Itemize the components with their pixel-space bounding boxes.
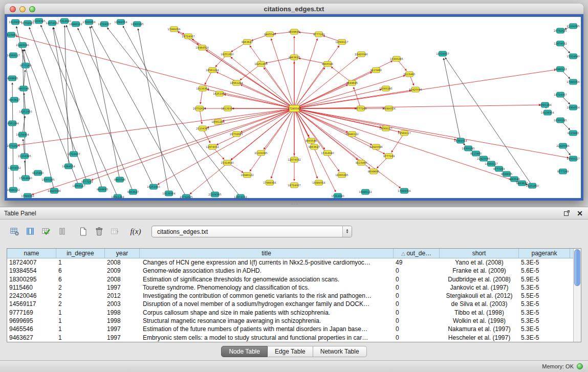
citation-edge-red[interactable]: [271, 39, 294, 108]
table-cell[interactable]: 1997: [105, 283, 140, 292]
table-cell[interactable]: 5.3E-5: [519, 309, 570, 317]
memory-status-indicator[interactable]: [577, 363, 583, 369]
citation-edge-red[interactable]: [294, 68, 325, 108]
table-cell[interactable]: 18300295: [7, 275, 56, 283]
table-cell[interactable]: de Silva et al. (2003): [440, 300, 519, 308]
table-row[interactable]: 1872400712008Changes of HCN gene express…: [7, 258, 581, 267]
table-cell[interactable]: 5.3E-5: [519, 258, 570, 267]
table-cell[interactable]: 2: [56, 292, 105, 300]
window-titlebar[interactable]: citations_edges.txt: [5, 4, 583, 14]
table-cell[interactable]: 0: [394, 275, 440, 283]
panel-resize-handle[interactable]: [290, 202, 299, 206]
tab-node-table[interactable]: Node Table: [221, 346, 268, 357]
table-row[interactable]: 2242004622012Investigating the contribut…: [7, 292, 581, 300]
citation-edge-red[interactable]: [223, 108, 294, 121]
table-row[interactable]: 977716911998Corpus callosum shape and si…: [7, 309, 581, 317]
citation-edge-red[interactable]: [354, 87, 361, 108]
table-cell[interactable]: 18724007: [7, 258, 56, 267]
table-cell[interactable]: Embryonic stem cells: a model to study s…: [140, 334, 394, 342]
table-cell[interactable]: Investigating the contribution of common…: [140, 292, 394, 300]
table-cell[interactable]: 19384554: [7, 267, 56, 275]
table-cell[interactable]: 0: [394, 325, 440, 333]
citation-edge-red[interactable]: [264, 108, 294, 149]
float-panel-icon[interactable]: [561, 209, 572, 218]
table-row[interactable]: 946554611997Estimation of the future num…: [7, 325, 581, 333]
citation-edge-red[interactable]: [294, 85, 348, 108]
table-cell[interactable]: Nakamura et al. (1997): [440, 325, 519, 333]
table-cell[interactable]: Disruption of a novel member of a sodium…: [140, 300, 394, 308]
table-cell[interactable]: 1997: [105, 325, 140, 333]
table-scrollbar-thumb[interactable]: [574, 249, 580, 286]
table-row[interactable]: 1830029562008Estimation of significance …: [7, 275, 581, 283]
citation-edge-red[interactable]: [16, 36, 294, 108]
table-cell[interactable]: Estimation of the future numbers of pati…: [140, 325, 394, 333]
table-row[interactable]: 1938455462009Genome-wide association stu…: [7, 267, 581, 275]
citation-edge-black[interactable]: [445, 57, 532, 186]
citation-edge-black[interactable]: [29, 27, 87, 182]
table-cell[interactable]: 1: [56, 258, 105, 267]
delete-columns-icon[interactable]: [55, 225, 69, 238]
table-cell[interactable]: 9777169: [7, 309, 56, 317]
table-cell[interactable]: 5.3E-5: [519, 325, 570, 333]
import-table-icon[interactable]: [107, 225, 122, 238]
citation-edge-black[interactable]: [53, 28, 74, 154]
table-cell[interactable]: 0: [394, 309, 440, 317]
table-cell[interactable]: Hescheler et al. (1997): [440, 334, 519, 342]
table-cell[interactable]: 5.9E-5: [519, 275, 570, 283]
column-header-name[interactable]: name: [7, 249, 56, 258]
table-cell[interactable]: Tourette syndrome. Phenomenology and cla…: [140, 283, 394, 292]
new-table-icon[interactable]: [76, 225, 90, 238]
table-cell[interactable]: 49: [394, 258, 440, 267]
table-cell[interactable]: 9463627: [7, 334, 56, 342]
citation-edge-red[interactable]: [294, 108, 569, 158]
table-cell[interactable]: 6: [56, 275, 105, 283]
citation-edge-red[interactable]: [294, 90, 381, 108]
table-cell[interactable]: 5.6E-5: [519, 267, 570, 275]
table-selector[interactable]: citations_edges.txt ▲▼: [151, 226, 352, 237]
table-cell[interactable]: 0: [394, 267, 440, 275]
table-cell[interactable]: 1997: [105, 334, 140, 342]
table-cell[interactable]: Yano et al. (2008): [440, 258, 519, 267]
table-cell[interactable]: 1: [56, 325, 105, 333]
table-cell[interactable]: 2008: [105, 275, 140, 283]
table-cell[interactable]: 2009: [105, 267, 140, 275]
table-cell[interactable]: Estimation of significance thresholds fo…: [140, 275, 394, 283]
citation-edge-red[interactable]: [294, 108, 517, 182]
close-panel-icon[interactable]: ✕: [575, 209, 585, 218]
citation-edge-red[interactable]: [207, 108, 294, 127]
function-builder-icon[interactable]: f(x): [128, 225, 143, 238]
network-canvas[interactable]: 1724004519384554183002959115460224200461…: [7, 17, 581, 201]
create-column-icon[interactable]: [39, 225, 53, 238]
citation-edge-red[interactable]: [264, 68, 294, 108]
table-cell[interactable]: 6: [56, 267, 105, 275]
table-cell[interactable]: Structural magnetic resonance image aver…: [140, 317, 394, 325]
citation-edge-red[interactable]: [271, 108, 294, 178]
table-cell[interactable]: 0: [394, 283, 440, 292]
table-cell[interactable]: Jankovic et al. (1997): [440, 283, 519, 292]
citation-edge-red[interactable]: [250, 46, 294, 108]
citation-edge-red[interactable]: [250, 108, 294, 171]
table-cell[interactable]: 2012: [105, 292, 140, 300]
column-header-short[interactable]: short: [440, 249, 519, 258]
table-cell[interactable]: 9115460: [7, 283, 56, 292]
citation-edge-red[interactable]: [216, 108, 294, 145]
table-row[interactable]: 969969511998Structural magnetic resonanc…: [7, 317, 581, 325]
table-scrollbar[interactable]: [573, 249, 581, 342]
tab-network-table[interactable]: Network Table: [313, 346, 367, 357]
table-mode-icon[interactable]: [7, 225, 21, 238]
table-cell[interactable]: 2: [56, 300, 105, 308]
citation-edge-red[interactable]: [91, 108, 294, 180]
citation-edge-red[interactable]: [391, 133, 404, 152]
table-cell[interactable]: 1: [56, 334, 105, 342]
citation-edge-black[interactable]: [90, 27, 120, 180]
table-cell[interactable]: 1998: [105, 309, 140, 317]
table-cell[interactable]: Tibbo et al. (1998): [440, 309, 519, 317]
table-cell[interactable]: 1: [56, 309, 105, 317]
table-cell[interactable]: 2008: [105, 258, 140, 267]
citation-edge-red[interactable]: [294, 70, 556, 108]
table-cell[interactable]: Dudbridge et al. (2008): [440, 275, 519, 283]
table-cell[interactable]: 22420046: [7, 292, 56, 300]
citation-edge-black[interactable]: [444, 58, 461, 141]
column-header-out_de[interactable]: △ out_de…: [394, 249, 440, 258]
table-cell[interactable]: 5.3E-5: [519, 283, 570, 292]
